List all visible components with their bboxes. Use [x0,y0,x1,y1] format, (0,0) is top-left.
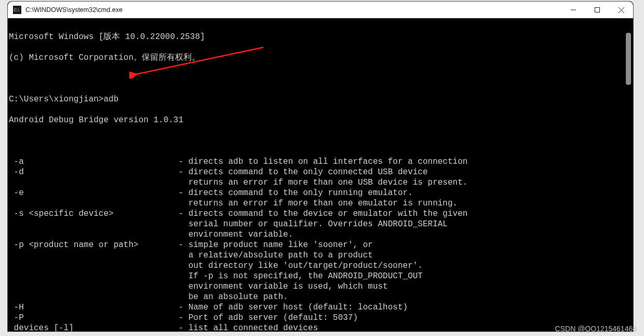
command-input: adb [103,95,118,104]
help-line: -p <product name or path> - simple produ… [9,240,633,250]
maximize-button[interactable] [585,2,609,18]
prompt: C:\Users\xiongjian> [9,95,103,104]
help-line: returns an error if more than one USB de… [9,177,633,188]
help-line: a relative/absolute path to a product [9,250,633,261]
copyright: (c) Microsoft Corporation。保留所有权利。 [9,53,633,63]
window-title: C:\WINDOWS\system32\cmd.exe [25,6,123,14]
help-line: be an absolute path. [9,292,633,302]
help-line: -e - directs command to the only running… [9,188,633,198]
adb-version: Android Debug Bridge version 1.0.31 [9,115,633,125]
svg-text:C:\: C:\ [14,8,20,12]
minimize-button[interactable] [561,2,585,18]
help-line: out directory like 'out/target/product/s… [9,261,633,271]
help-line: -a - directs adb to listen on all interf… [9,157,633,167]
os-header: Microsoft Windows [版本 10.0.22000.2538] [9,32,633,42]
help-line: environment variable is used, which must [9,281,633,292]
help-line: -d - directs command to the only connect… [9,167,633,177]
cmd-window: C:\ C:\WINDOWS\system32\cmd.exe Microsof… [7,1,634,332]
help-line: returns an error if more than one emulat… [9,198,633,209]
close-button[interactable] [609,2,633,18]
help-line: environment variable. [9,229,633,240]
help-line: -s <specific device> - directs command t… [9,209,633,219]
terminal-output[interactable]: Microsoft Windows [版本 10.0.22000.2538] (… [8,18,633,331]
help-line: -P - Port of adb server (default: 5037) [9,313,633,323]
help-line: serial number or qualifier. Overrides AN… [9,219,633,229]
prompt-line: C:\Users\xiongjian>adb [9,94,633,105]
help-line: -H - Name of adb server host (default: l… [9,302,633,313]
titlebar[interactable]: C:\ C:\WINDOWS\system32\cmd.exe [8,2,633,18]
svg-rect-3 [595,8,600,12]
help-output: -a - directs adb to listen on all interf… [9,157,633,332]
help-line: devices [-l] - list all connected device… [9,323,633,332]
cmd-icon: C:\ [13,6,21,14]
scrollbar[interactable] [626,22,632,327]
help-line: If -p is not specified, the ANDROID_PROD… [9,271,633,281]
scrollbar-thumb[interactable] [626,33,631,85]
watermark: CSDN @QQ1215461468 [555,325,637,332]
